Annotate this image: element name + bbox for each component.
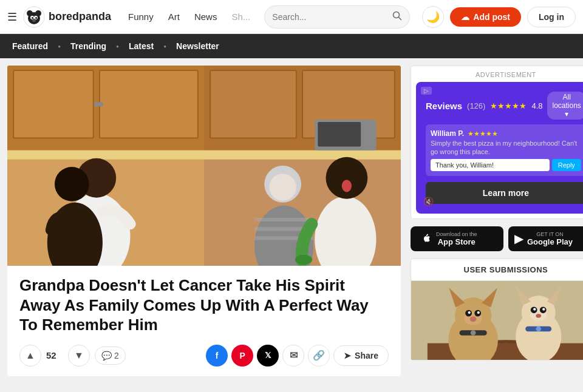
app-store-row: Download on the App Store ▶ GET IT ON Go… bbox=[411, 226, 583, 251]
article-image-left bbox=[7, 66, 204, 266]
ad-reviews-count: (126) bbox=[467, 101, 485, 110]
article-area: Grandpa Doesn't Let Cancer Take His Spir… bbox=[7, 66, 401, 376]
google-play-btn[interactable]: ▶ GET IT ON Google Play bbox=[508, 226, 583, 251]
share-label: Share bbox=[355, 351, 378, 360]
svg-point-36 bbox=[269, 174, 296, 201]
ad-container: ADVERTISEMENT ▷ Reviews (126) ★★★★★ 4.8 … bbox=[411, 66, 583, 219]
svg-line-10 bbox=[399, 17, 401, 19]
sub-nav-trending[interactable]: Trending bbox=[66, 39, 111, 53]
upload-icon: ☁ bbox=[461, 12, 469, 22]
google-store-text: GET IT ON Google Play bbox=[527, 231, 573, 246]
article-image-grid bbox=[7, 66, 401, 266]
downvote-icon: ▼ bbox=[74, 350, 84, 361]
search-input[interactable] bbox=[272, 12, 392, 22]
ad-reviewer-stars: ★★★★★ bbox=[468, 130, 498, 138]
comment-icon: 💬 bbox=[101, 351, 112, 360]
svg-point-22 bbox=[55, 167, 89, 201]
svg-point-2 bbox=[27, 10, 33, 16]
search-icon-btn[interactable] bbox=[392, 11, 402, 23]
share-button[interactable]: ➤ Share bbox=[333, 345, 389, 366]
search-icon bbox=[392, 11, 402, 21]
dot-1: ● bbox=[58, 44, 61, 49]
add-post-button[interactable]: ☁ Add post bbox=[450, 7, 521, 27]
ad-label: ADVERTISEMENT bbox=[416, 71, 583, 78]
upvote-icon: ▲ bbox=[26, 350, 35, 361]
svg-point-16 bbox=[98, 102, 103, 107]
svg-point-52 bbox=[477, 311, 480, 314]
svg-point-6 bbox=[32, 17, 33, 19]
ad-reviews-title: Reviews bbox=[426, 101, 462, 111]
comment-button[interactable]: 💬 2 bbox=[95, 346, 126, 365]
svg-point-3 bbox=[35, 10, 41, 16]
svg-rect-25 bbox=[210, 70, 296, 138]
svg-rect-14 bbox=[100, 70, 198, 138]
search-container bbox=[264, 5, 410, 29]
upvote-button[interactable]: ▲ bbox=[19, 345, 41, 367]
google-store-small-text: GET IT ON bbox=[527, 231, 573, 237]
apple-app-store-btn[interactable]: Download on the App Store bbox=[411, 226, 503, 251]
link-icon: 🔗 bbox=[313, 350, 325, 361]
svg-point-55 bbox=[471, 330, 476, 336]
nav-news[interactable]: News bbox=[188, 8, 223, 25]
link-share-btn[interactable]: 🔗 bbox=[308, 345, 330, 367]
sub-nav-featured[interactable]: Featured bbox=[7, 39, 53, 53]
svg-point-53 bbox=[470, 316, 477, 322]
sub-nav-latest[interactable]: Latest bbox=[124, 39, 159, 53]
svg-point-7 bbox=[35, 17, 37, 19]
pinterest-share-btn[interactable]: P bbox=[231, 345, 253, 367]
sound-off-icon: 🔇 bbox=[423, 197, 434, 206]
svg-rect-13 bbox=[13, 70, 94, 138]
x-share-btn[interactable]: 𝕏 bbox=[257, 345, 279, 367]
dot-3: ● bbox=[163, 44, 166, 49]
dogs-image bbox=[411, 281, 583, 360]
article-body: Grandpa Doesn't Let Cancer Take His Spir… bbox=[7, 266, 401, 376]
svg-point-51 bbox=[468, 311, 471, 314]
sub-nav-newsletter[interactable]: Newsletter bbox=[171, 39, 224, 53]
share-arrow-icon: ➤ bbox=[344, 351, 351, 360]
svg-point-65 bbox=[536, 314, 541, 317]
apple-store-text: Download on the App Store bbox=[436, 231, 477, 246]
svg-rect-32 bbox=[254, 218, 313, 221]
email-icon: ✉ bbox=[290, 350, 298, 361]
svg-point-8 bbox=[32, 19, 36, 22]
ad-location-btn[interactable]: All locations ▾ bbox=[547, 92, 583, 120]
ad-indicator: ▷ bbox=[421, 87, 432, 95]
facebook-share-btn[interactable]: f bbox=[206, 345, 228, 367]
share-icons: f P 𝕏 ✉ 🔗 ➤ Shar bbox=[206, 345, 389, 367]
facebook-icon: f bbox=[216, 351, 219, 360]
user-submissions: USER SUBMISSIONS bbox=[411, 259, 583, 360]
apple-store-large-text: App Store bbox=[436, 237, 477, 246]
apple-store-small-text: Download on the bbox=[436, 231, 477, 237]
nav-more[interactable]: Sh... bbox=[225, 8, 256, 25]
sidebar: ADVERTISEMENT ▷ Reviews (126) ★★★★★ 4.8 … bbox=[411, 66, 583, 360]
nav-funny[interactable]: Funny bbox=[122, 8, 160, 25]
user-submissions-title: USER SUBMISSIONS bbox=[411, 259, 583, 281]
email-share-btn[interactable]: ✉ bbox=[282, 345, 304, 367]
add-post-label: Add post bbox=[473, 12, 510, 22]
google-store-large-text: Google Play bbox=[527, 237, 573, 246]
logo-icon bbox=[23, 6, 45, 28]
vote-count: 52 bbox=[46, 350, 63, 360]
login-button[interactable]: Log in bbox=[527, 7, 576, 27]
google-play-icon: ▶ bbox=[514, 231, 523, 246]
ad-review-text: Simply the best pizza in my neighbourhoo… bbox=[431, 139, 581, 157]
ad-rating: 4.8 bbox=[531, 101, 542, 110]
svg-rect-29 bbox=[318, 122, 361, 147]
ad-reply-button[interactable]: Reply bbox=[552, 159, 581, 171]
ad-reply-input[interactable] bbox=[431, 159, 550, 171]
logo-container[interactable]: boredpanda bbox=[23, 6, 111, 28]
menu-icon[interactable]: ☰ bbox=[7, 10, 17, 24]
nav-art[interactable]: Art bbox=[162, 8, 186, 25]
article-image-right bbox=[204, 66, 401, 266]
svg-point-15 bbox=[94, 102, 99, 107]
ad-learn-more-btn[interactable]: Learn more bbox=[426, 182, 583, 204]
moon-icon: 🌙 bbox=[426, 10, 440, 24]
svg-rect-17 bbox=[7, 150, 204, 160]
svg-point-63 bbox=[533, 308, 536, 310]
pinterest-icon: P bbox=[239, 351, 245, 360]
x-icon: 𝕏 bbox=[265, 351, 271, 360]
theme-toggle-btn[interactable]: 🌙 bbox=[422, 6, 444, 28]
svg-point-40 bbox=[342, 180, 352, 192]
svg-rect-27 bbox=[204, 150, 401, 160]
downvote-button[interactable]: ▼ bbox=[68, 345, 90, 367]
